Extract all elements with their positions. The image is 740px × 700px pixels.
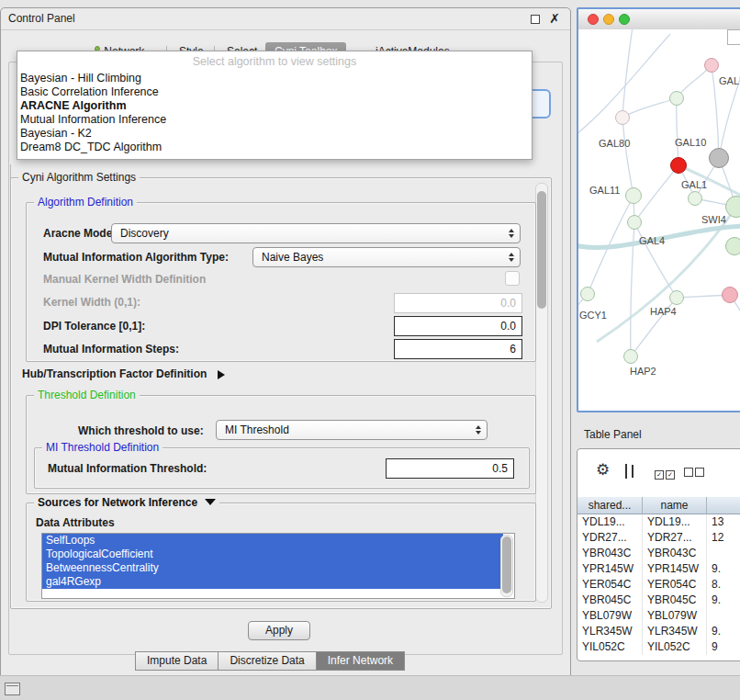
cell (707, 546, 740, 561)
cell: 8. (707, 577, 740, 593)
table-row[interactable]: YBR045CYBR045C9. (577, 593, 740, 608)
network-node-gray[interactable] (709, 148, 729, 168)
column-header[interactable] (707, 497, 740, 514)
network-node[interactable] (627, 215, 642, 230)
sources-header[interactable]: Sources for Network Inference (34, 496, 219, 509)
network-node[interactable] (669, 91, 684, 106)
cell: YBL079W (643, 608, 707, 624)
dpi-tolerance-field[interactable]: 0.0 (394, 316, 522, 336)
network-view-window: GAL80 GAL10 GAL11 GAL1 SWI4 GAL4 GCY1 HA… (577, 7, 740, 412)
table-row[interactable]: YPR145WYPR145W9. (577, 561, 740, 577)
which-threshold-label: Which threshold to use: (78, 424, 204, 437)
threshold-definition-group: Threshold Definition Which threshold to … (26, 395, 536, 494)
mi-algorithm-type-select[interactable]: Naive Bayes (252, 247, 521, 267)
algorithm-option[interactable]: Dream8 DC_TDC Algorithm (17, 141, 532, 154)
apply-button[interactable]: Apply (248, 621, 310, 640)
list-item[interactable]: gal4RGexp (42, 575, 503, 589)
mi-type-label: Mutual Information Algorithm Type: (43, 251, 229, 264)
network-node[interactable] (704, 58, 719, 73)
cell: 9. (707, 593, 740, 608)
close-light-icon[interactable] (588, 14, 599, 25)
table-body: YDL19...YDL19...13 YDR27...YDR27...12 YB… (577, 514, 740, 655)
column-header[interactable]: name (643, 497, 707, 514)
network-node[interactable] (688, 191, 702, 206)
table-row[interactable]: YBR043CYBR043C (577, 546, 740, 561)
panel-toggle-icon[interactable] (5, 683, 20, 695)
threshold-select[interactable]: MI Threshold (216, 420, 488, 440)
tab-discretize-data[interactable]: Discretize Data (219, 651, 316, 671)
canvas-corner-widget[interactable] (727, 29, 740, 45)
cell: YBR043C (577, 546, 643, 561)
table-row[interactable]: YLR345WYLR345W9. (577, 624, 740, 639)
list-scrollbar[interactable] (500, 535, 513, 597)
mi-threshold-group: MI Threshold Definition Mutual Informati… (34, 447, 530, 489)
group-title: Threshold Definition (34, 389, 140, 401)
dropdown-arrows-icon (509, 253, 514, 262)
node-label: GAL80 (599, 138, 630, 149)
hub-section-label: Hub/Transcription Factor Definition (22, 367, 207, 380)
network-node-pink[interactable] (722, 287, 738, 303)
list-item[interactable]: BetweennessCentrality (42, 561, 503, 575)
column-header[interactable]: shared... (577, 497, 643, 514)
network-node[interactable] (625, 187, 642, 204)
network-node[interactable] (669, 290, 684, 305)
cell: 12 (707, 530, 740, 546)
algorithm-option-selected[interactable]: ARACNE Algorithm (17, 99, 532, 113)
gear-icon[interactable]: ⚙ (596, 460, 610, 480)
network-node[interactable] (725, 237, 740, 255)
tab-infer-network[interactable]: Infer Network (317, 651, 405, 671)
close-icon[interactable]: ✗ (549, 11, 560, 26)
mi-threshold-field[interactable]: 0.5 (386, 458, 514, 479)
zoom-light-icon[interactable] (619, 14, 630, 25)
algorithm-option[interactable]: Bayesian - Hill Climbing (17, 72, 532, 85)
sources-group: Sources for Network Inference Data Attri… (26, 502, 536, 602)
algorithm-option[interactable]: Mutual Information Inference (17, 113, 532, 127)
bottom-status-strip (0, 675, 740, 700)
minimize-light-icon[interactable] (603, 14, 614, 25)
algorithm-dropdown-popup: Select algorithm to view settings Bayesi… (17, 51, 533, 160)
node-label: SWI4 (701, 214, 726, 225)
cell: YBL079W (577, 608, 643, 624)
table-row[interactable]: YBL079WYBL079W (577, 608, 740, 624)
mi-steps-field[interactable]: 6 (394, 339, 522, 359)
network-canvas[interactable]: GAL80 GAL10 GAL11 GAL1 SWI4 GAL4 GCY1 HA… (578, 29, 740, 411)
table-row[interactable]: YIL052CYIL052C9 (577, 639, 740, 655)
table-row[interactable]: YDL19...YDL19...13 (577, 514, 740, 530)
deselect-all-columns-icon[interactable] (684, 467, 704, 480)
cell: YLR345W (577, 624, 643, 639)
float-window-icon[interactable] (531, 15, 540, 24)
list-item[interactable]: SelfLoops (42, 534, 503, 548)
algorithm-option[interactable]: Basic Correlation Inference (17, 85, 532, 99)
network-node[interactable] (580, 287, 595, 301)
dpi-tolerance-label: DPI Tolerance [0,1]: (43, 320, 145, 333)
node-label: GAL11 (589, 185, 620, 196)
select-all-columns-icon[interactable]: ✓✓ (655, 467, 675, 480)
hub-definition-section[interactable]: Hub/Transcription Factor Definition (22, 367, 225, 380)
panel-title: Control Panel (8, 12, 75, 25)
aracne-mode-select[interactable]: Discovery (111, 223, 521, 243)
cell: YER054C (577, 577, 643, 593)
cell: YBR045C (577, 593, 643, 608)
network-node-red[interactable] (670, 157, 687, 174)
network-node[interactable] (615, 110, 630, 125)
algorithm-option[interactable]: Bayesian - K2 (17, 127, 532, 141)
attribute-list[interactable]: SelfLoops TopologicalCoefficient Between… (41, 533, 515, 599)
node-label: HAP4 (650, 306, 677, 317)
dropdown-placeholder: Select algorithm to view settings (17, 51, 532, 72)
tab-impute-data[interactable]: Impute Data (135, 651, 219, 671)
show-columns-icon[interactable] (625, 464, 627, 479)
network-node[interactable] (623, 349, 638, 364)
aracne-mode-label: Aracne Mode: (43, 227, 116, 240)
table-row[interactable]: YDR27...YDR27...12 (577, 530, 740, 546)
cell: YPR145W (643, 561, 707, 577)
cell: YDL19... (577, 514, 643, 530)
scrollbar-thumb[interactable] (502, 536, 511, 593)
expand-arrow-icon (218, 370, 225, 379)
network-window-titlebar[interactable] (578, 9, 740, 30)
table-row[interactable]: YER054CYER054C8. (577, 577, 740, 593)
selected-value: Naive Bayes (262, 251, 503, 264)
cell: YER054C (643, 577, 707, 593)
settings-scrollbar[interactable] (535, 183, 548, 603)
scrollbar-thumb[interactable] (537, 191, 546, 309)
list-item[interactable]: TopologicalCoefficient (42, 548, 503, 561)
